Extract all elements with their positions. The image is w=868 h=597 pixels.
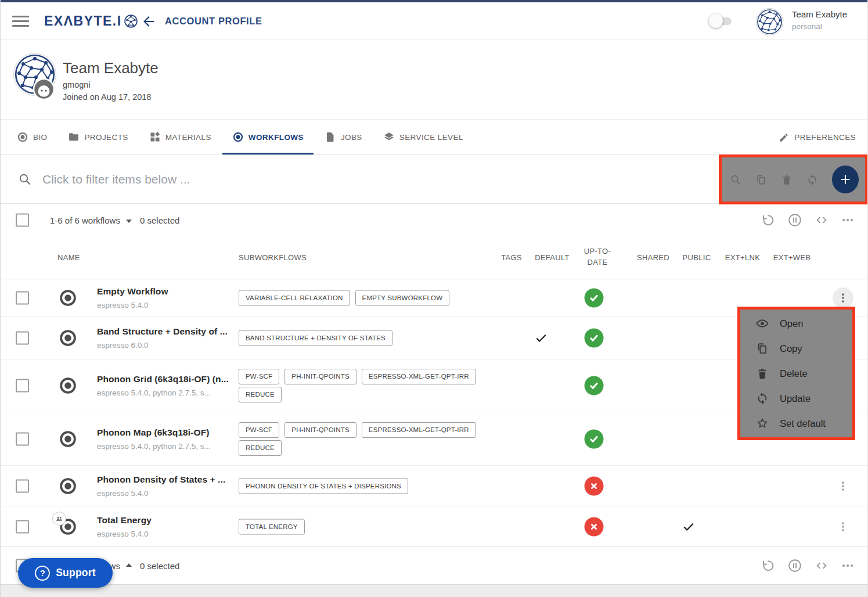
- subworkflow-chip: TOTAL ENERGY: [239, 519, 305, 535]
- col-ext-lnk: EXT+LNK: [725, 253, 760, 262]
- row-checkbox[interactable]: [16, 292, 29, 305]
- menu-item-label: Update: [780, 393, 811, 404]
- workflow-target-icon: [58, 328, 78, 348]
- undo-icon[interactable]: [761, 559, 775, 573]
- undo-icon[interactable]: [761, 213, 775, 227]
- row-checkbox[interactable]: [16, 432, 29, 445]
- row-checkbox[interactable]: [16, 379, 29, 393]
- code-icon[interactable]: [815, 559, 829, 573]
- col-tags: TAGS: [501, 253, 522, 262]
- star-icon: [756, 417, 769, 430]
- row-context-menu: Open Copy Delete Update Set default: [737, 307, 855, 440]
- check-icon: [589, 433, 600, 444]
- copy-icon[interactable]: [755, 174, 767, 186]
- tab-label: WORKFLOWS: [248, 133, 304, 142]
- account-type: personal: [792, 22, 847, 31]
- col-default: DEFAULT: [535, 253, 570, 262]
- col-shared: SHARED: [637, 253, 669, 262]
- workflow-target-icon: [58, 288, 78, 308]
- row-checkbox[interactable]: [16, 479, 29, 492]
- preferences-label: PREFERENCES: [794, 133, 856, 142]
- profile-header: Team Exabyte gmogni Joined on Aug 17, 20…: [1, 40, 867, 120]
- more-horiz-icon[interactable]: [841, 213, 855, 227]
- menu-item-copy[interactable]: Copy: [740, 336, 852, 361]
- subworkflow-chip: PH-INIT-QPOINTS: [284, 422, 356, 438]
- workflow-name: Band Structure + Density of ...: [97, 326, 228, 337]
- search-icon[interactable]: [730, 174, 741, 186]
- more-horiz-icon[interactable]: [841, 559, 855, 573]
- delete-icon: [756, 367, 769, 380]
- hamburger-menu-icon[interactable]: [12, 16, 29, 27]
- menu-item-set-default[interactable]: Set default: [740, 411, 852, 436]
- folder-icon: [68, 131, 80, 143]
- pause-circle-icon[interactable]: [787, 213, 802, 228]
- select-all-checkbox[interactable]: [16, 213, 29, 226]
- workflow-subtitle: espresso 6.0.0: [97, 341, 228, 350]
- back-arrow-icon[interactable]: [141, 14, 156, 29]
- selected-count: 0 selected: [140, 561, 179, 571]
- subworkflow-chip: PW-SCF: [239, 369, 279, 384]
- profile-username: gmogni: [63, 80, 91, 89]
- logo-globe-icon: [124, 14, 138, 28]
- menu-item-label: Open: [780, 318, 803, 329]
- account-menu[interactable]: Team Exabyte personal: [792, 9, 847, 31]
- tab-workflows[interactable]: WORKFLOWS: [232, 120, 304, 154]
- face-avatar-badge-icon: [33, 78, 55, 100]
- support-button[interactable]: ? Support: [18, 558, 113, 588]
- logo-text: EXΛBYTE.I: [44, 13, 122, 29]
- tab-jobs[interactable]: JOBS: [325, 120, 362, 154]
- toolbar-highlight-annotation: [719, 154, 868, 204]
- account-name: Team Exabyte: [792, 9, 847, 19]
- col-ext-web: EXT+WEB: [773, 253, 811, 262]
- profile-tab-bar: BIO PROJECTS MATERIALS WORKFLOWS JOBS SE…: [1, 120, 867, 155]
- workflow-subtitle: espresso 5.4.0: [97, 530, 152, 538]
- add-button[interactable]: [832, 166, 859, 193]
- pause-circle-icon[interactable]: [787, 558, 802, 573]
- subworkflow-chip: VARIABLE-CELL RELAXATION: [239, 290, 350, 306]
- menu-item-delete[interactable]: Delete: [740, 361, 852, 386]
- code-icon[interactable]: [815, 213, 829, 227]
- molecule-avatar-icon: [757, 9, 783, 35]
- profile-name: Team Exabyte: [63, 59, 159, 77]
- account-avatar[interactable]: [756, 8, 783, 35]
- subworkflow-chip: REDUCE: [239, 387, 282, 402]
- table-row[interactable]: Total Energy espresso 5.4.0 TOTAL ENERGY: [1, 506, 867, 547]
- widgets-icon: [149, 131, 161, 143]
- col-public: PUBLIC: [683, 253, 711, 262]
- target-icon: [17, 131, 28, 143]
- tab-materials[interactable]: MATERIALS: [149, 120, 211, 154]
- table-row[interactable]: Phonon Density of States + ... espresso …: [1, 466, 867, 506]
- uptodate-check-badge: [585, 376, 604, 395]
- tab-bio[interactable]: BIO: [17, 120, 47, 154]
- outdated-x-badge: [585, 517, 604, 537]
- target-icon: [232, 131, 244, 143]
- kebab-menu-button[interactable]: [833, 516, 853, 537]
- view-toggle[interactable]: [710, 16, 733, 26]
- workflow-name: Phonon Density of States + ...: [97, 474, 225, 485]
- menu-item-open[interactable]: Open: [740, 311, 852, 336]
- update-icon[interactable]: [806, 174, 818, 186]
- eye-icon: [756, 317, 769, 330]
- tab-projects[interactable]: PROJECTS: [68, 120, 128, 154]
- workflow-target-icon: [58, 429, 78, 449]
- tab-label: JOBS: [341, 133, 362, 142]
- preferences-button[interactable]: PREFERENCES: [779, 120, 856, 155]
- exabyte-logo[interactable]: EXΛBYTE.I: [44, 2, 138, 39]
- profile-joined-date: Joined on Aug 17, 2018: [63, 92, 151, 102]
- kebab-menu-button[interactable]: [833, 287, 853, 308]
- workflow-target-icon: [58, 476, 78, 496]
- profile-avatar: [13, 53, 56, 96]
- tab-service-level[interactable]: SERVICE LEVEL: [383, 120, 463, 154]
- row-checkbox[interactable]: [16, 332, 29, 345]
- pagination-range[interactable]: 1-6 of 6 workflows: [50, 215, 120, 225]
- menu-item-update[interactable]: Update: [740, 386, 852, 411]
- shared-group-badge-icon: [52, 512, 66, 526]
- kebab-menu-button[interactable]: [833, 476, 853, 497]
- delete-icon[interactable]: [781, 174, 793, 186]
- filter-input[interactable]: [42, 168, 449, 191]
- row-checkbox[interactable]: [16, 520, 29, 534]
- check-icon: [589, 333, 600, 344]
- col-up-to-date: UP-TO-DATE: [582, 246, 613, 268]
- tab-label: MATERIALS: [165, 133, 211, 142]
- subworkflow-chip: EMPTY SUBWORKFLOW: [355, 290, 450, 306]
